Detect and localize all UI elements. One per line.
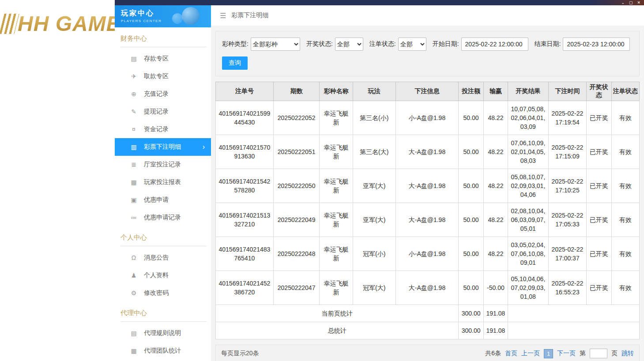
sidebar-item-profile[interactable]: ♟个人资料 [115, 267, 211, 284]
lottery-detail-icon: ▥ [130, 143, 138, 150]
column-header-period: 期数 [273, 82, 320, 101]
sidebar-item-label: 彩票下注明细 [144, 143, 181, 151]
content-header: ☰ 彩票下注明细 [211, 5, 644, 26]
first-page-link[interactable]: 首页 [505, 350, 517, 357]
cell-lottery-name: 幸运飞艇新 [320, 169, 353, 203]
maximize-icon[interactable]: ▢ [629, 0, 633, 5]
team-icon: ▦ [130, 347, 138, 354]
sidebar-subtitle: PLAYERS CENTER [121, 19, 211, 23]
brand-text: HH GAME [18, 11, 115, 36]
sidebar-item-label: 玩家投注报表 [144, 178, 181, 186]
chevron-right-icon: › [203, 143, 205, 150]
sidebar-nav: 财务中心▤存款专区✈取款专区⊕充值记录✎提现记录¤资金记录▥彩票下注明细›≣厅室… [115, 27, 211, 360]
sidebar-item-deposit-zone[interactable]: ▤存款专区 [115, 50, 211, 68]
table-row: 40156917402148376541020250222048幸运飞艇新冠军(… [216, 237, 640, 271]
page-size-text: 每页显示20条 [221, 350, 259, 357]
cell-bet-info: 大-A盘@1.98 [395, 203, 459, 237]
cell-draw-result: 05,08,10,07,02,09,03,01,04,06 [508, 169, 549, 203]
draw-status-label: 开奖状态: [306, 40, 333, 48]
cell-bet-status: 有效 [611, 135, 639, 169]
cell-win-loss: 48.22 [483, 135, 508, 169]
cell-bet-status: 有效 [611, 101, 639, 135]
current-page[interactable]: 1 [544, 349, 553, 358]
sidebar-item-label: 资金记录 [144, 125, 169, 133]
chevron-down-icon[interactable]: ⌄ [621, 0, 625, 5]
bet-status-select[interactable]: 全部 [398, 38, 426, 51]
cell-bet-amount: 50.00 [459, 101, 483, 135]
cell-draw-result: 03,05,02,04,07,06,10,08,09,01 [508, 237, 549, 271]
cell-play-type: 冠军(大) [353, 271, 395, 305]
cell-draw-status: 已开奖 [587, 135, 611, 169]
column-header-lottery-name: 彩种名称 [320, 82, 353, 101]
sidebar-section-title: 个人中心 [121, 226, 207, 246]
sidebar-item-recharge-records[interactable]: ⊕充值记录 [115, 85, 211, 103]
cell-play-type: 第三名(小) [353, 101, 395, 135]
sidebar-item-label: 个人资料 [144, 271, 169, 279]
column-header-win-loss: 输赢 [483, 82, 508, 101]
jump-button[interactable]: 跳转 [621, 350, 634, 357]
sidebar-item-lottery-bet-details[interactable]: ▥彩票下注明细› [115, 138, 211, 156]
window-titlebar: ⌄ ▢ ✕ [115, 0, 644, 5]
prev-page-link[interactable]: 上一页 [521, 350, 540, 357]
sidebar-item-promo-apply-records[interactable]: ≔优惠申请记录 [115, 209, 211, 226]
grand-summary-label: 总统计 [216, 322, 459, 339]
cell-bet-amount: 50.00 [459, 135, 483, 169]
cell-bet-time: 2025-02-22 17:19:54 [548, 101, 587, 135]
hamburger-icon[interactable]: ☰ [220, 11, 226, 20]
lottery-type-select[interactable]: 全部彩种 [251, 38, 300, 51]
jump-prefix: 第 [580, 350, 586, 357]
close-icon[interactable]: ✕ [637, 0, 640, 5]
sidebar-section-title: 代理中心 [121, 302, 207, 322]
grand-summary-row: 总统计 300.00 191.08 [216, 322, 640, 339]
cell-lottery-name: 幸运飞艇新 [320, 271, 353, 305]
sidebar-item-label: 代理规则说明 [144, 329, 181, 337]
bet-table-body: 40156917402159944543020250222052幸运飞艇新第三名… [216, 101, 640, 305]
table-row: 40156917402151332721020250222049幸运飞艇新亚军(… [216, 203, 640, 237]
jump-page-input[interactable] [590, 349, 607, 358]
sidebar-item-change-password[interactable]: ⚙修改密码 [115, 284, 211, 302]
jump-suffix: 页 [611, 350, 618, 357]
cell-win-loss: 48.22 [483, 101, 508, 135]
sidebar-item-promo-apply[interactable]: ▣优惠申请 [115, 191, 211, 209]
draw-status-select[interactable]: 全部 [335, 38, 363, 51]
content: 彩种类型: 全部彩种 开奖状态: 全部 注单状态: 全部 [211, 26, 644, 361]
sidebar-item-agent-team-stats[interactable]: ▦代理团队统计 [115, 342, 211, 360]
cell-bet-info: 小-A盘@1.98 [395, 237, 459, 271]
end-date-label: 结束日期: [535, 40, 561, 48]
page-summary-row: 当前页统计 300.00 191.08 [216, 305, 640, 322]
sidebar-item-player-bet-report[interactable]: ▦玩家投注报表 [115, 173, 211, 191]
cell-play-type: 亚军(大) [353, 169, 395, 203]
end-date-input[interactable] [563, 38, 630, 51]
sidebar-item-label: 优惠申请 [144, 196, 169, 204]
sidebar-item-withdraw-records[interactable]: ✎提现记录 [115, 103, 211, 120]
main-area: ☰ 彩票下注明细 彩种类型: 全部彩种 开奖状态: 全部 [211, 5, 644, 361]
cell-win-loss: 48.22 [483, 237, 508, 271]
sidebar-item-label: 取款专区 [144, 72, 169, 80]
next-page-link[interactable]: 下一页 [557, 350, 576, 357]
cell-bet-status: 有效 [611, 203, 639, 237]
cashout-icon: ✎ [130, 108, 138, 115]
cell-bet-status: 有效 [611, 237, 639, 271]
cell-draw-result: 10,07,05,08,02,06,04,01,03,09 [508, 101, 549, 135]
cell-draw-status: 已开奖 [587, 271, 611, 305]
sidebar-item-label: 提现记录 [144, 108, 169, 116]
cell-bet-amount: 50.00 [459, 237, 483, 271]
cell-bet-status: 有效 [611, 271, 639, 305]
cell-draw-result: 07,06,10,09,02,01,04,05,08,03 [508, 135, 549, 169]
sidebar-item-agent-rules[interactable]: ▤代理规则说明 [115, 324, 211, 342]
sidebar-item-funds-records[interactable]: ¤资金记录 [115, 120, 211, 138]
sidebar-item-hall-bet-records[interactable]: ≣厅室投注记录 [115, 156, 211, 173]
app-window: ⌄ ▢ ✕ 玩家中心 PLAYERS CENTER 财务中心▤存款专区✈取款专区… [115, 0, 644, 361]
grand-summary-empty [508, 322, 640, 339]
column-header-play-type: 玩法 [353, 82, 395, 101]
query-button[interactable]: 查询 [222, 56, 248, 70]
page-summary-empty [508, 305, 640, 322]
cell-bet-time: 2025-02-22 17:10:25 [548, 169, 587, 203]
sidebar-item-withdraw-zone[interactable]: ✈取款专区 [115, 68, 211, 85]
cell-bet-no: 401569174021542578280 [216, 169, 274, 203]
cell-bet-no: 401569174021599445430 [216, 101, 274, 135]
sidebar-item-messages[interactable]: Ω消息公告 [115, 249, 211, 267]
start-date-label: 开始日期: [433, 40, 459, 48]
sidebar-header: 玩家中心 PLAYERS CENTER [115, 5, 211, 27]
start-date-input[interactable] [461, 38, 528, 51]
